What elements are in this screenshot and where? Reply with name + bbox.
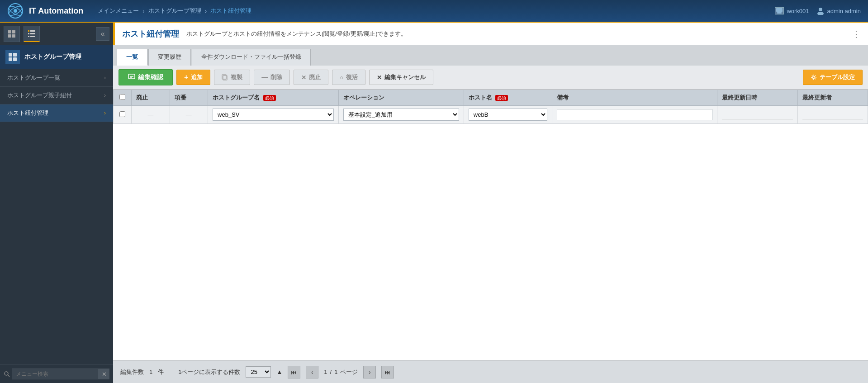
svg-rect-17 — [30, 36, 35, 37]
svg-rect-11 — [12, 34, 15, 38]
first-page-btn[interactable]: ⏮ — [288, 366, 300, 378]
th-host-name: ホスト名 必須 — [464, 90, 552, 106]
copy-button[interactable]: 複製 — [214, 70, 250, 85]
disabled-value: — — [136, 111, 165, 118]
table-settings-button[interactable]: テーブル設定 — [803, 70, 863, 85]
svg-rect-14 — [28, 33, 29, 34]
content-area: ホスト紐付管理 ホストグループとホストの紐付情報をメンテナンス(閲覧/登録/更新… — [113, 23, 868, 383]
delete-button[interactable]: — 削除 — [254, 70, 290, 85]
breadcrumb-current: ホスト紐付管理 — [210, 7, 251, 15]
th-remarks: 備考 — [552, 90, 717, 106]
th-host-group-name-text: ホストグループ名 — [213, 94, 260, 101]
th-last-updated-by: 最終更新者 — [798, 90, 868, 106]
sidebar: « ホストグループ管理 ホストグループ一覧 › ホストグループ親子紐付 › ホス… — [0, 23, 113, 383]
th-host-name-text: ホスト名 — [469, 94, 492, 101]
th-operation-text: オペレーション — [343, 94, 384, 101]
sidebar-item-label-1: ホストグループ一覧 — [7, 74, 60, 82]
sidebar-collapse-btn[interactable]: « — [96, 27, 109, 41]
delete-label: 削除 — [270, 73, 282, 81]
td-checkbox — [114, 106, 132, 124]
gear-icon — [811, 74, 817, 80]
breadcrumb: メインメニュー › ホストグループ管理 › ホスト紐付管理 — [98, 7, 251, 15]
td-disabled: — — [132, 106, 170, 124]
select-all-checkbox[interactable] — [119, 94, 125, 100]
page-size-select[interactable]: 25 50 100 — [246, 366, 271, 378]
row-checkbox[interactable] — [119, 111, 125, 117]
svg-rect-18 — [9, 53, 12, 57]
sidebar-item-host-group-list[interactable]: ホストグループ一覧 › — [0, 69, 113, 87]
tab-list[interactable]: 一覧 — [117, 49, 147, 66]
sidebar-item-label-3: ホスト紐付管理 — [7, 109, 48, 117]
add-button[interactable]: + 追加 — [176, 70, 210, 85]
th-disabled: 廃止 — [132, 90, 170, 106]
table-settings-label: テーブル設定 — [820, 73, 855, 81]
cancel-edit-button[interactable]: ✕ 編集キャンセル — [369, 70, 433, 85]
svg-point-7 — [817, 12, 824, 15]
chevron-icon-2: › — [104, 92, 106, 99]
sidebar-section-header: ホストグループ管理 — [0, 45, 113, 69]
sidebar-item-host-group-parent[interactable]: ホストグループ親子紐付 › — [0, 87, 113, 104]
sidebar-section-icon — [5, 50, 20, 64]
prev-page-btn[interactable]: ‹ — [306, 366, 318, 378]
sidebar-item-host-binding[interactable]: ホスト紐付管理 › — [0, 104, 113, 122]
remarks-input[interactable] — [557, 109, 712, 120]
page-size-label: 1ページに表示する件数 — [178, 368, 240, 376]
page-header: ホスト紐付管理 ホストグループとホストの紐付情報をメンテナンス(閲覧/登録/更新… — [113, 23, 868, 45]
workspace-icon — [775, 7, 784, 14]
sidebar-search-clear-btn[interactable]: ✕ — [99, 369, 109, 379]
disable-label: 廃止 — [309, 73, 321, 81]
td-host-name: webB webA appA — [464, 106, 552, 124]
user-icon — [816, 7, 825, 15]
required-badge-host-name: 必須 — [495, 95, 508, 101]
svg-line-23 — [8, 375, 10, 377]
tab-download-upload[interactable]: 全件ダウンロード・ファイル一括登録 — [192, 49, 311, 66]
sidebar-list-icon-btn[interactable] — [24, 26, 40, 42]
breadcrumb-host-group[interactable]: ホストグループ管理 — [148, 7, 201, 15]
disable-icon: ✕ — [301, 74, 306, 81]
page-sep: / — [330, 369, 332, 375]
svg-point-22 — [5, 372, 8, 375]
sidebar-search-row: ✕ — [0, 364, 113, 383]
svg-rect-9 — [12, 30, 15, 33]
td-order: — — [170, 106, 208, 124]
svg-rect-8 — [8, 30, 11, 33]
operation-select[interactable]: 基本設定_追加用 基本設定 追加設定 — [343, 109, 459, 121]
breadcrumb-main-menu[interactable]: メインメニュー — [98, 7, 139, 15]
confirm-edit-button[interactable]: 編集確認 — [119, 69, 173, 85]
td-last-updated-by — [798, 106, 868, 124]
restore-button[interactable]: ○ 復活 — [332, 70, 365, 85]
required-badge-host-group: 必須 — [263, 95, 276, 101]
sidebar-grid-icon-btn[interactable] — [4, 26, 20, 42]
disable-button[interactable]: ✕ 廃止 — [294, 70, 328, 85]
page-more-actions-btn[interactable]: ⋮ — [852, 28, 861, 39]
footer-bar: 編集件数 1 件 1ページに表示する件数 25 50 100 ▲ ⏮ ‹ 1 /… — [113, 360, 868, 383]
app-logo — [7, 3, 24, 19]
last-updated-by-value — [802, 110, 863, 119]
table-header-row: 廃止 項番 ホストグループ名 必須 オペレーション ホスト名 必須 — [114, 90, 868, 106]
main-layout: « ホストグループ管理 ホストグループ一覧 › ホストグループ親子紐付 › ホス… — [0, 23, 868, 383]
td-host-group-name: web_SV app_SV db_SV — [208, 106, 339, 124]
page-unit: ページ — [340, 368, 358, 376]
svg-rect-4 — [776, 8, 783, 12]
host-group-name-select[interactable]: web_SV app_SV db_SV — [213, 109, 334, 121]
host-name-select[interactable]: webB webA appA — [469, 109, 547, 121]
add-label: 追加 — [191, 73, 203, 81]
svg-rect-13 — [30, 30, 35, 32]
sidebar-search-input[interactable] — [12, 369, 99, 379]
app-header: IT Automation メインメニュー › ホストグループ管理 › ホスト紐… — [0, 0, 868, 23]
user-name: admin admin — [827, 8, 861, 14]
td-operation: 基本設定_追加用 基本設定 追加設定 — [338, 106, 464, 124]
last-page-btn[interactable]: ⏭ — [381, 366, 394, 378]
breadcrumb-sep1: › — [142, 8, 144, 14]
svg-point-3 — [14, 9, 17, 13]
cancel-icon: ✕ — [377, 74, 382, 81]
tabs-row: 一覧 変更履歴 全件ダウンロード・ファイル一括登録 — [113, 45, 868, 66]
tab-history[interactable]: 変更履歴 — [148, 49, 191, 66]
svg-rect-10 — [8, 34, 11, 38]
workspace-label: work001 — [787, 8, 809, 14]
next-page-btn[interactable]: › — [363, 366, 376, 378]
page-title: ホスト紐付管理 — [122, 28, 179, 39]
th-last-updated-at: 最終更新日時 — [717, 90, 798, 106]
page-description: ホストグループとホストの紐付情報をメンテナンス(閲覧/登録/更新/廃止)できます… — [186, 30, 407, 38]
svg-rect-16 — [28, 36, 29, 37]
